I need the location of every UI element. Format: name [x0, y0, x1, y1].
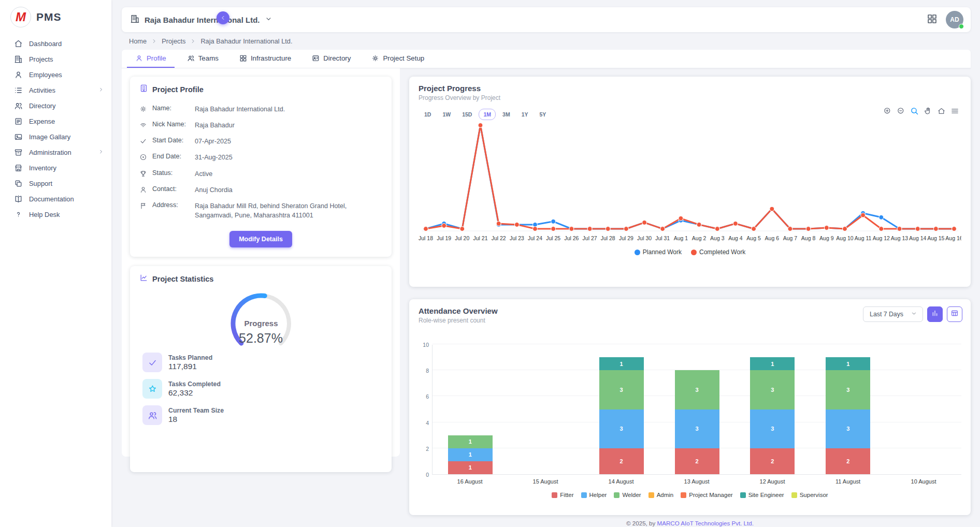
- modify-details-button[interactable]: Modify Details: [229, 231, 292, 247]
- legend-supervisor[interactable]: Supervisor: [791, 492, 828, 498]
- bar-segment-welder[interactable]: 3: [826, 370, 870, 409]
- bar-segment-fitter[interactable]: 2: [750, 448, 795, 474]
- apps-grid-button[interactable]: [927, 13, 938, 26]
- tab-directory[interactable]: Directory: [304, 50, 359, 68]
- sidebar-item-administration[interactable]: Administration: [0, 144, 111, 160]
- menu-button[interactable]: [950, 107, 959, 118]
- sidebar-item-dashboard[interactable]: Dashboard: [0, 36, 111, 51]
- chevron-down-icon: [911, 310, 917, 318]
- reset-zoom-button[interactable]: [937, 107, 946, 118]
- sidebar-item-employees[interactable]: Employees: [0, 67, 111, 82]
- svg-text:Jul 21: Jul 21: [473, 235, 487, 241]
- legend-completed-work[interactable]: Completed Work: [691, 248, 745, 256]
- bar-segment-welder[interactable]: 3: [675, 370, 719, 409]
- bar-segment-fitter[interactable]: 2: [675, 448, 719, 474]
- range-button-1w[interactable]: 1W: [438, 109, 455, 120]
- project-profile-card: Project Profile Name:Raja Bahadur Intern…: [130, 77, 392, 257]
- bar-segment-site-engineer[interactable]: 1: [599, 357, 644, 370]
- profile-field-name-: Name:Raja Bahadur International Ltd.: [139, 101, 382, 117]
- legend-helper[interactable]: Helper: [581, 492, 607, 498]
- footer: © 2025, by MARCO AIoT Technologies Pvt. …: [409, 515, 971, 527]
- date-range-dropdown[interactable]: Last 7 Days: [863, 306, 923, 322]
- sidebar-item-documentation[interactable]: Documentation: [0, 191, 111, 207]
- svg-text:Aug 8: Aug 8: [801, 235, 816, 241]
- legend-site-engineer[interactable]: Site Engineer: [740, 492, 784, 498]
- project-selector[interactable]: Raja Bahadur International Ltd.: [130, 14, 272, 26]
- breadcrumb-item-projects[interactable]: Projects: [162, 37, 185, 45]
- bar-segment-helper[interactable]: 1: [448, 448, 493, 461]
- bar-segment-helper[interactable]: 3: [750, 409, 795, 448]
- bar-segment-fitter[interactable]: 2: [826, 448, 870, 474]
- circle-dot-icon: [139, 153, 147, 161]
- range-button-1m[interactable]: 1M: [479, 109, 496, 120]
- bar-segment-helper[interactable]: 3: [826, 409, 870, 448]
- selection-zoom-icon: [910, 107, 919, 115]
- footer-company-link[interactable]: MARCO AIoT Technologies Pvt. Ltd.: [657, 520, 754, 526]
- legend-fitter[interactable]: Fitter: [552, 492, 573, 498]
- sidebar-item-inventory[interactable]: Inventory: [0, 160, 111, 175]
- tab-teams[interactable]: Teams: [179, 50, 227, 68]
- bar-view-button[interactable]: [927, 306, 943, 322]
- sidebar-item-projects[interactable]: Projects: [0, 51, 111, 67]
- breadcrumb-item-raja-bahadur-international-ltd-[interactable]: Raja Bahadur International Ltd.: [200, 37, 292, 45]
- bar-segment-site-engineer[interactable]: 1: [826, 357, 870, 370]
- svg-text:Jul 29: Jul 29: [619, 235, 633, 241]
- breadcrumb-item-home[interactable]: Home: [129, 37, 147, 45]
- stat-rows: Tasks Planned117,891Tasks Completed62,33…: [139, 353, 382, 425]
- content-row: Project Profile Name:Raja Bahadur Intern…: [122, 68, 971, 527]
- svg-text:Aug 2: Aug 2: [692, 235, 707, 241]
- range-button-1y[interactable]: 1Y: [517, 109, 533, 120]
- legend-welder[interactable]: Welder: [614, 492, 641, 498]
- bar-segment-welder[interactable]: 3: [599, 370, 644, 409]
- bar-segment-fitter[interactable]: 1: [448, 461, 493, 474]
- bar-segment-site-engineer[interactable]: 1: [750, 357, 795, 370]
- svg-text:Jul 20: Jul 20: [455, 235, 469, 241]
- brand-logo[interactable]: M PMS: [0, 0, 111, 36]
- svg-text:Jul 24: Jul 24: [528, 235, 542, 241]
- svg-text:Aug 6: Aug 6: [765, 235, 780, 241]
- chevron-down-icon: [265, 15, 272, 23]
- sidebar-item-image-gallary[interactable]: Image Gallary: [0, 129, 111, 144]
- user-avatar[interactable]: AD: [946, 11, 963, 28]
- x-label-12-august: 12 August: [734, 475, 810, 485]
- bar-13-august: 233: [675, 370, 719, 474]
- legend-planned-work[interactable]: Planned Work: [635, 248, 682, 256]
- tab-profile[interactable]: Profile: [127, 50, 175, 68]
- legend-admin[interactable]: Admin: [648, 492, 674, 498]
- trophy-icon: [139, 170, 147, 178]
- bar-segment-helper[interactable]: 3: [675, 409, 719, 448]
- bar-segment-helper[interactable]: 3: [599, 409, 644, 448]
- list-icon: [14, 86, 23, 95]
- bar-segment-welder[interactable]: 3: [750, 370, 795, 409]
- tab-infrastructure[interactable]: Infrastructure: [231, 50, 299, 68]
- legend-project-manager[interactable]: Project Manager: [681, 492, 732, 498]
- profile-card-icon: [139, 84, 148, 95]
- range-button-5y[interactable]: 5Y: [535, 109, 551, 120]
- table-view-button[interactable]: [947, 306, 962, 322]
- users-icon: [14, 101, 23, 110]
- line-chart-legend: Planned WorkCompleted Work: [419, 248, 961, 256]
- sidebar-item-directory[interactable]: Directory: [0, 98, 111, 113]
- sidebar-item-activities[interactable]: Activities: [0, 82, 111, 98]
- zoom-in-button[interactable]: [883, 107, 892, 118]
- range-button-1d[interactable]: 1D: [420, 109, 436, 120]
- range-button-15d[interactable]: 15D: [457, 109, 477, 120]
- svg-text:Aug 5: Aug 5: [746, 235, 761, 241]
- sidebar-item-help-desk[interactable]: Help Desk: [0, 207, 111, 222]
- profile-card-icon: [139, 84, 148, 93]
- table-icon: [950, 309, 959, 319]
- bar-segment-welder[interactable]: 1: [448, 435, 493, 448]
- bar-segment-fitter[interactable]: 2: [599, 448, 644, 474]
- bar-12-august: 2331: [750, 357, 795, 474]
- bar-chart-x-labels: 16 August15 August14 August13 August12 A…: [432, 475, 961, 485]
- zoom-out-button[interactable]: [897, 107, 905, 118]
- selection-zoom-button[interactable]: [910, 107, 919, 118]
- statistics-card-title: Project Statistics: [152, 275, 213, 283]
- tab-project-setup[interactable]: Project Setup: [363, 50, 433, 68]
- attendance-overview-card: Attendance Overview Role-wise present co…: [409, 299, 971, 515]
- sidebar-item-expense[interactable]: Expense: [0, 113, 111, 129]
- sidebar-collapse-button[interactable]: [217, 11, 229, 24]
- pan-button[interactable]: [924, 107, 932, 118]
- range-button-3m[interactable]: 3M: [498, 109, 515, 120]
- sidebar-item-support[interactable]: Support: [0, 175, 111, 191]
